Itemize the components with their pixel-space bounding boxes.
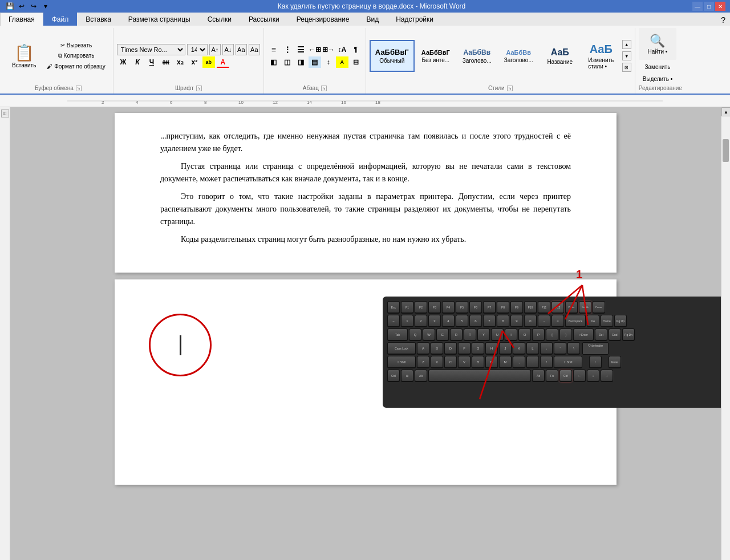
italic-button[interactable]: К xyxy=(131,56,144,68)
scroll-thumb[interactable] xyxy=(723,139,729,162)
format-painter-button[interactable]: 🖌 Формат по образцу xyxy=(43,62,109,71)
tab-addins[interactable]: Надстройки xyxy=(387,13,442,26)
quick-access-toolbar[interactable]: 💾 ↩ ↪ ▾ xyxy=(5,1,51,11)
para-controls: ≡ ⋮ ☰ ←⊞ ⊞→ ↕A ¶ ◧ ◫ ◨ ▤ ↕ A xyxy=(267,44,362,68)
style-change-preview: АаБ xyxy=(590,43,613,56)
align-center-button[interactable]: ◫ xyxy=(281,56,294,68)
sort-button[interactable]: ↕A xyxy=(336,44,348,55)
key-fn: Fn xyxy=(546,370,558,382)
styles-group-body: АаБбВвГ Обычный АаБбВвГ Без инте... АаБб… xyxy=(370,28,631,84)
style-no-spacing[interactable]: АаБбВвГ Без инте... xyxy=(416,40,456,72)
font-name-select[interactable]: Times New Ro... xyxy=(117,44,185,55)
key-backslash: \ xyxy=(567,342,580,355)
tab-review[interactable]: Рецензирование xyxy=(288,13,358,26)
styles-expand-icon[interactable]: ↘ xyxy=(507,86,513,91)
cut-button[interactable]: ✂ Вырезать xyxy=(43,40,109,50)
border-button[interactable]: ⊟ xyxy=(350,56,362,68)
key-quote: ' xyxy=(554,342,566,355)
window-controls[interactable]: — □ ✕ xyxy=(692,2,725,11)
align-justify-button[interactable]: ▤ xyxy=(309,56,321,68)
align-right-button[interactable]: ◨ xyxy=(295,56,307,68)
tab-mailings[interactable]: Рассылки xyxy=(240,13,288,26)
style-title[interactable]: АаБ Название xyxy=(540,40,580,72)
select-button[interactable]: Выделить • xyxy=(639,74,676,84)
scroll-up-arrow[interactable]: ▲ xyxy=(721,107,730,116)
key-defender-area: 🛡 defender xyxy=(582,342,609,355)
right-scrollbar[interactable]: ▲ ▼ xyxy=(721,107,730,560)
styles-scroll-up[interactable]: ▲ xyxy=(622,40,631,49)
redo-button[interactable]: ↪ xyxy=(29,1,39,11)
para-expand-icon[interactable]: ↘ xyxy=(321,86,327,91)
font-color-button[interactable]: А xyxy=(217,56,229,68)
tab-view[interactable]: Вид xyxy=(358,13,387,26)
minimize-button[interactable]: — xyxy=(692,2,703,11)
font-shrink-button[interactable]: A↓ xyxy=(222,44,234,55)
key-f7: F7 xyxy=(483,301,496,314)
page-2-content[interactable]: 1 2 Esc F1 xyxy=(115,279,617,485)
list-bullet-button[interactable]: ≡ xyxy=(267,44,280,55)
superscript-button[interactable]: x² xyxy=(188,56,201,68)
line-spacing-button[interactable]: ↕ xyxy=(322,56,335,68)
change-case-button[interactable]: Аа xyxy=(249,44,260,55)
subscript-button[interactable]: x₂ xyxy=(174,56,186,68)
strikethrough-button[interactable]: зк xyxy=(160,56,172,68)
pages-container: ...приступим, как отследить, где именно … xyxy=(10,107,721,560)
tab-page-layout[interactable]: Разметка страницы xyxy=(120,13,199,26)
copy-button[interactable]: ⧉ Копировать xyxy=(43,51,109,61)
paste-button[interactable]: 📋 Вставить xyxy=(7,40,41,72)
cursor-indicator xyxy=(180,335,181,355)
para-row1: ≡ ⋮ ☰ ←⊞ ⊞→ ↕A ¶ xyxy=(267,44,362,55)
svg-text:16: 16 xyxy=(341,100,346,105)
tab-file[interactable]: Файл xyxy=(43,13,78,26)
replace-button[interactable]: Заменить xyxy=(639,62,676,72)
page-1-content[interactable]: ...приступим, как отследить, где именно … xyxy=(115,113,617,273)
help-button[interactable]: ? xyxy=(721,15,725,25)
key-a: A xyxy=(417,342,429,355)
left-strip-button[interactable]: ◫ xyxy=(1,109,9,117)
styles-scroll-down[interactable]: ▼ xyxy=(622,51,631,60)
align-left-button[interactable]: ◧ xyxy=(267,56,280,68)
font-grow-button[interactable]: A↑ xyxy=(209,44,221,55)
key-up: ↑ xyxy=(589,356,602,368)
para-row2: ◧ ◫ ◨ ▤ ↕ A ⊟ xyxy=(267,56,362,68)
close-button[interactable]: ✕ xyxy=(715,2,725,11)
tab-glavnaya[interactable]: Главная xyxy=(0,13,43,26)
list-number-button[interactable]: ⋮ xyxy=(281,44,294,55)
indent-increase-button[interactable]: ⊞→ xyxy=(322,44,335,55)
qat-more-button[interactable]: ▾ xyxy=(40,1,51,11)
find-button[interactable]: 🔍 Найти • xyxy=(639,28,676,60)
annotation-1-label: 1 xyxy=(576,268,582,281)
key-esc: Esc xyxy=(387,301,400,314)
key-prtscr: PrtScr xyxy=(565,301,578,314)
style-heading2-preview: АаБбВв xyxy=(506,49,531,56)
font-size-select[interactable]: 14 xyxy=(187,44,208,55)
ribbon-tabs[interactable]: Главная Файл Вставка Разметка страницы С… xyxy=(0,13,730,26)
undo-button[interactable]: ↩ xyxy=(17,1,27,11)
underline-button[interactable]: Ч xyxy=(145,56,158,68)
style-change[interactable]: АаБ Изменитьстили • xyxy=(581,40,621,72)
scroll-track[interactable] xyxy=(721,116,730,560)
list-multi-button[interactable]: ☰ xyxy=(295,44,307,55)
show-marks-button[interactable]: ¶ xyxy=(350,44,362,55)
style-heading1[interactable]: АаБбВв Заголово... xyxy=(457,40,497,72)
keyboard: Esc F1 F2 F3 F4 F5 F6 F7 F8 F9 F10 xyxy=(383,297,721,408)
indent-decrease-button[interactable]: ←⊞ xyxy=(309,44,321,55)
text-highlight-button[interactable]: ab xyxy=(202,56,215,68)
page-1-text: ...приступим, как отследить, где именно … xyxy=(160,130,571,246)
save-button[interactable]: 💾 xyxy=(5,1,15,11)
tab-insert[interactable]: Вставка xyxy=(77,13,120,26)
maximize-button[interactable]: □ xyxy=(704,2,714,11)
styles-more-button[interactable]: ⊡ xyxy=(622,63,631,72)
clipboard-group: 📋 Вставить ✂ Вырезать ⧉ Копировать 🖌 Фор… xyxy=(3,28,113,94)
text-para-0: ...приступим, как отследить, где именно … xyxy=(160,130,571,156)
bold-button[interactable]: Ж xyxy=(117,56,129,68)
clipboard-expand-icon[interactable]: ↘ xyxy=(76,86,82,91)
key-q: Q xyxy=(409,328,421,341)
shading-button[interactable]: A xyxy=(336,56,348,68)
tab-references[interactable]: Ссылки xyxy=(199,13,240,26)
style-heading2[interactable]: АаБбВв Заголово... xyxy=(498,40,539,72)
font-expand-icon[interactable]: ↘ xyxy=(196,86,202,91)
style-normal[interactable]: АаБбВвГ Обычный xyxy=(370,40,415,72)
clear-format-button[interactable]: Aa xyxy=(236,44,247,55)
font-label: Шрифт ↘ xyxy=(117,85,260,91)
